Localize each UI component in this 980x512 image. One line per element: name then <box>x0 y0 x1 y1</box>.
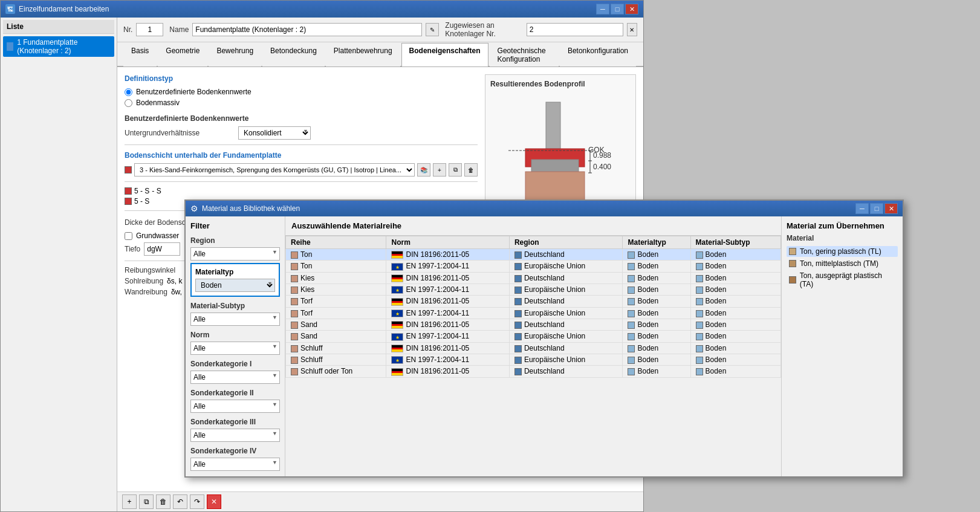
tab-bewehrung[interactable]: Bewehrung <box>209 43 261 66</box>
mat-cell-subtyp: Boden <box>690 331 780 342</box>
bodenschicht-label-s2: 5 - S <box>134 197 149 206</box>
mat-cell-subtyp: Boden <box>690 319 780 330</box>
tab-basis[interactable]: Basis <box>123 43 157 66</box>
copy-item-button[interactable]: ⧉ <box>139 494 154 509</box>
dialog-minimize-button[interactable]: ─ <box>855 203 869 214</box>
undo-button[interactable]: ↶ <box>173 494 187 509</box>
sonderkategorie-iii-select[interactable]: Alle <box>190 429 280 442</box>
sonderkategorie-ii-select[interactable]: Alle <box>190 400 280 413</box>
tabs-bar: Basis Geometrie Bewehrung Betondeckung P… <box>117 42 643 67</box>
minimize-button[interactable]: ─ <box>596 4 609 15</box>
materialtyp-select[interactable]: Boden <box>195 279 275 292</box>
list-item[interactable]: 1 Fundamentplatte (Knotenlager : 2) <box>3 36 114 57</box>
untergrundverhaltnisse-select-wrapper: Konsolidiert <box>238 126 311 140</box>
bodenschicht-color-1 <box>125 187 132 195</box>
materialtyp-box: Materialtyp Boden <box>190 263 280 297</box>
region-select-wrapper: Alle <box>190 247 280 261</box>
untergrundverhaltnisse-select[interactable]: Konsolidiert <box>238 126 311 140</box>
mat-cell-norm: DIN 18196:2011-05 <box>386 296 509 307</box>
material-subtyp-label: Material-Subtyp <box>190 302 280 310</box>
nr-input[interactable] <box>136 23 163 36</box>
result-item-1[interactable]: Ton, mittelplastisch (TM) <box>787 258 898 269</box>
col-norm: Norm <box>386 236 509 249</box>
material-row-5[interactable]: Torf ★EN 1997-1:2004-11 Europäische Unio… <box>286 307 781 319</box>
tief-input[interactable] <box>144 242 180 256</box>
materials-table[interactable]: Reihe Norm Region Materialtyp Material-S… <box>285 236 781 476</box>
radio-bodenmassiv-input[interactable] <box>125 99 132 107</box>
material-row-1[interactable]: Ton ★EN 1997-1:2004-11 Europäische Union… <box>286 261 781 272</box>
sonderkategorie-iv-label: Sonderkategorie IV <box>190 447 280 455</box>
tab-betondeckung[interactable]: Betondeckung <box>262 43 325 66</box>
close-bottom-button[interactable]: ✕ <box>207 494 221 509</box>
soil-layer-btn-copy[interactable]: ⧉ <box>449 163 462 177</box>
tab-plattenbewehrung[interactable]: Plattenbewehrung <box>326 43 400 66</box>
grundwasser-label: Grundwasser <box>136 232 179 240</box>
material-row-9[interactable]: Schluff ★EN 1997-1:2004-11 Europäische U… <box>286 354 781 365</box>
delete-item-button[interactable]: 🗑 <box>156 494 170 509</box>
sonderkategorie-i-select[interactable]: Alle <box>190 371 280 384</box>
maximize-button[interactable]: □ <box>611 4 624 15</box>
soil-layer-row-1: 3 - Kies-Sand-Feinkorngemisch, Sprengung… <box>125 163 478 177</box>
add-item-button[interactable]: + <box>122 494 137 509</box>
assigned-clear-button[interactable]: ✕ <box>627 23 637 36</box>
result-item-0[interactable]: Ton, gering plastisch (TL) <box>787 246 898 257</box>
grundwasser-checkbox[interactable] <box>125 232 132 240</box>
name-input[interactable] <box>192 23 422 36</box>
mat-cell-region: Deutschland <box>509 342 623 354</box>
tab-geometrie[interactable]: Geometrie <box>158 43 207 66</box>
mat-cell-region: Deutschland <box>509 366 623 377</box>
material-row-8[interactable]: Schluff DIN 18196:2011-05 Deutschland Bo… <box>286 342 781 354</box>
assigned-input[interactable] <box>527 23 623 36</box>
norm-select[interactable]: Alle <box>190 342 280 355</box>
soil-layer-btn-add[interactable]: + <box>433 163 446 177</box>
mat-cell-subtyp: Boden <box>690 284 780 295</box>
close-button[interactable]: ✕ <box>625 4 638 15</box>
divider-1 <box>125 144 478 145</box>
dialog-close-button[interactable]: ✕ <box>884 203 898 214</box>
material-subtyp-wrapper: Alle <box>190 313 280 326</box>
soil-layer-btn-lib[interactable]: 📚 <box>417 163 430 177</box>
mat-cell-region: Deutschland <box>509 319 623 330</box>
region-select[interactable]: Alle <box>190 247 280 261</box>
sonderkategorie-iv-select[interactable]: Alle <box>190 458 280 471</box>
material-subtyp-select[interactable]: Alle <box>190 313 280 326</box>
mat-cell-norm: DIN 18196:2011-05 <box>386 272 509 284</box>
mat-cell-materialtyp: Boden <box>623 354 690 365</box>
mat-cell-reihe: Sand <box>286 331 386 342</box>
window-title: Einzelfundament bearbeiten <box>19 5 109 13</box>
material-row-10[interactable]: Schluff oder Ton DIN 18196:2011-05 Deuts… <box>286 366 781 377</box>
mat-cell-materialtyp: Boden <box>623 296 690 307</box>
name-edit-button[interactable]: ✎ <box>426 23 439 36</box>
material-row-0[interactable]: Ton DIN 18196:2011-05 Deutschland Boden … <box>286 249 781 261</box>
col-reihe: Reihe <box>286 236 386 249</box>
soil-layer-select-1[interactable]: 3 - Kies-Sand-Feinkorngemisch, Sprengung… <box>134 163 415 177</box>
name-group: Name ✎ <box>169 23 439 36</box>
radio-benutzerdefiniert-input[interactable] <box>125 88 132 96</box>
material-row-7[interactable]: Sand ★EN 1997-1:2004-11 Europäische Unio… <box>286 331 781 342</box>
tab-betonkonfiguration[interactable]: Betonkonfiguration <box>560 43 636 66</box>
results-list: Ton, gering plastisch (TL)Ton, mittelpla… <box>787 246 898 290</box>
material-row-4[interactable]: Torf DIN 18196:2011-05 Deutschland Boden… <box>286 296 781 307</box>
mat-cell-reihe: Schluff oder Ton <box>286 366 386 377</box>
materialtyp-select-wrapper: Boden <box>195 279 275 292</box>
mat-cell-subtyp: Boden <box>690 342 780 354</box>
dialog-maximize-button[interactable]: □ <box>870 203 883 214</box>
mat-cell-materialtyp: Boden <box>623 249 690 261</box>
svg-rect-3 <box>531 160 579 173</box>
material-row-6[interactable]: Sand DIN 18196:2011-05 Deutschland Boden… <box>286 319 781 330</box>
material-row-2[interactable]: Kies DIN 18196:2011-05 Deutschland Boden… <box>286 272 781 284</box>
nr-group: Nr. <box>123 23 163 36</box>
radio-bodenmassiv[interactable]: Bodenmassiv <box>125 99 478 107</box>
mat-cell-region: Deutschland <box>509 249 623 261</box>
radio-benutzerdefiniert[interactable]: Benutzerdefinierte Bodenkennwerte <box>125 88 478 96</box>
sonderkategorie-iii-wrapper: Alle <box>190 429 280 442</box>
redo-button[interactable]: ↷ <box>190 494 204 509</box>
result-item-2[interactable]: Ton, ausgeprägt plastisch (TA) <box>787 270 898 290</box>
region-label: Region <box>190 236 280 245</box>
bodenschicht-row-s1: 5 - S - S <box>125 187 478 195</box>
mat-cell-materialtyp: Boden <box>623 261 690 272</box>
tab-geotechnische[interactable]: Geotechnische Konfiguration <box>490 43 559 66</box>
soil-layer-btn-del[interactable]: 🗑 <box>464 163 478 177</box>
tab-bodeneigenschaften[interactable]: Bodeneigenschaften <box>401 43 488 66</box>
material-row-3[interactable]: Kies ★EN 1997-1:2004-11 Europäische Unio… <box>286 284 781 295</box>
